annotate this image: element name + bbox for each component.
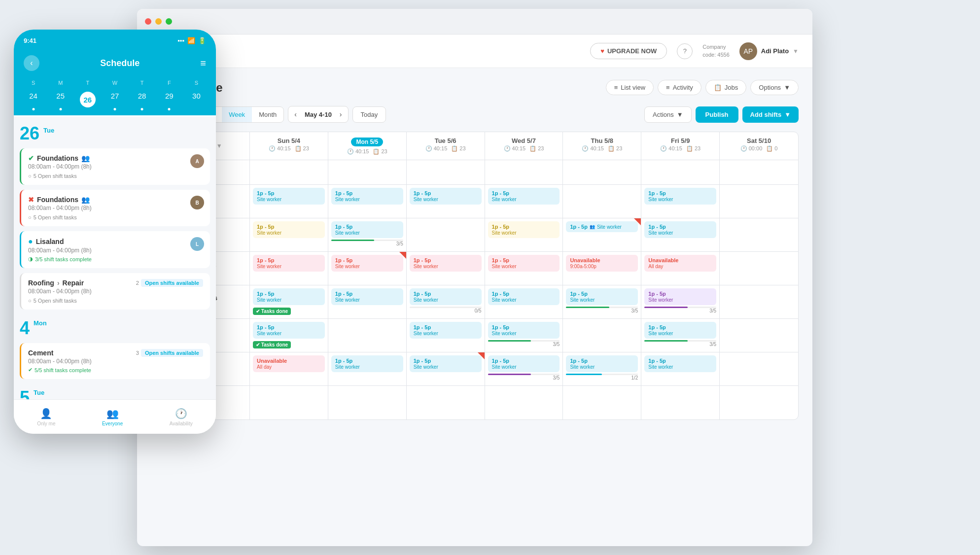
calendar-days-header: S M T W T F S: [20, 80, 210, 86]
cal-date-28[interactable]: 28: [129, 90, 156, 109]
shift-mike-tue[interactable]: 1p - 5pSite worker: [407, 185, 485, 218]
shift-verna-sun[interactable]: 1p - 5pSite worker ✔ Tasks done: [250, 319, 328, 352]
shift-verna-mon: [328, 319, 407, 352]
header-thu: Thu 5/8 🕐 40:15 📋 23: [563, 132, 641, 160]
options-button[interactable]: Options ▼: [750, 80, 799, 95]
jobs-button[interactable]: 📋 Jobs: [705, 80, 746, 95]
shift-mario-wed[interactable]: 1p - 5pSite worker: [485, 218, 563, 251]
shift-jerome-sun[interactable]: 1p - 5pSite worker: [250, 252, 328, 285]
upgrade-button[interactable]: ♥ UPGRADE NOW: [590, 43, 667, 59]
shift-mike-mon[interactable]: 1p - 5pSite worker: [328, 185, 407, 218]
shift-card-cement[interactable]: Cement 08:00am - 04:00pm (8h) ✔ 5/5 shif…: [20, 343, 210, 379]
company-info: Company code: 4556: [702, 43, 729, 59]
open-shifts-wed: [485, 160, 563, 184]
team-icon: 👥: [81, 154, 90, 162]
actions-button[interactable]: Actions ▼: [644, 106, 692, 123]
today-pill: Mon 5/5: [351, 138, 383, 146]
shift-luis-thu[interactable]: 1p - 5pSite worker 1/2: [563, 352, 641, 385]
minimize-button[interactable]: [155, 18, 162, 25]
window-titlebar: [137, 9, 812, 35]
shift-lucas-mon[interactable]: 1p - 5pSite worker: [328, 285, 407, 318]
open-count-3: 3: [136, 350, 139, 356]
shift-lucas-wed[interactable]: 1p - 5pSite worker: [485, 285, 563, 318]
shift-mike-fri[interactable]: 1p - 5pSite worker: [641, 185, 720, 218]
desktop-window: team ♥ UPGRADE NOW ? Company code: 4556 …: [137, 9, 812, 546]
nav-only-me[interactable]: 👤 Only me: [37, 408, 55, 426]
shift-luis-sun[interactable]: UnavailableAll day: [250, 352, 328, 385]
shift-mario-fri[interactable]: 1p - 5pSite worker: [641, 218, 720, 251]
shift-mike-sun[interactable]: 1p - 5pSite worker: [250, 185, 328, 218]
team-icon-2: 👥: [81, 196, 90, 204]
list-icon: ≡: [614, 84, 618, 91]
shift-card-foundations-green[interactable]: ✔ Foundations 👥 08:00am - 04:00pm (8h) ○…: [20, 148, 210, 185]
add-shifts-chevron-icon: ▼: [784, 111, 791, 118]
shift-mario-mon[interactable]: 1p - 5pSite worker 3/5: [328, 218, 407, 251]
cal-date-26[interactable]: 26: [74, 90, 101, 109]
header-fri: Fri 5/9 🕐 40:15 📋 23: [641, 132, 720, 160]
nav-everyone[interactable]: 👥 Everyone: [102, 408, 123, 426]
shift-lucas-sun[interactable]: 1p - 5pSite worker ✔ Tasks done: [250, 285, 328, 318]
shift-jerome-wed[interactable]: 1p - 5pSite worker: [485, 252, 563, 285]
shift-lucas-fri[interactable]: 1p - 5pSite worker 3/5: [641, 285, 720, 318]
menu-button[interactable]: ≡: [200, 58, 206, 69]
nav-availability[interactable]: 🕐 Availability: [170, 408, 193, 426]
list-view-button[interactable]: ≡ List view: [606, 80, 654, 95]
open-shifts-row: Open shifts: [151, 160, 798, 185]
phone-time: 9:41: [24, 37, 36, 44]
dropdown-arrow[interactable]: ▼: [793, 48, 799, 55]
maximize-button[interactable]: [166, 18, 172, 25]
cal-date-30[interactable]: 30: [183, 90, 210, 109]
shift-luis-fri[interactable]: 1p - 5pSite worker: [641, 352, 720, 385]
today-button[interactable]: Today: [352, 106, 386, 123]
shift-luis-tue[interactable]: 1p - 5pSite worker: [407, 352, 485, 385]
prev-week-button[interactable]: ‹: [292, 106, 299, 122]
publish-button[interactable]: Publish: [696, 106, 738, 123]
cal-date-27[interactable]: 27: [101, 90, 128, 109]
shift-jerome-tue[interactable]: 1p - 5pSite worker: [407, 252, 485, 285]
month-view-button[interactable]: Month: [252, 107, 283, 122]
shift-mike-sat: [720, 185, 798, 218]
tasks-complete-cement: ✔ 5/5 shift tasks complete: [28, 367, 203, 373]
shift-lois-wed: [485, 386, 563, 419]
user-section: AP Adi Plato ▼: [739, 42, 799, 60]
shift-lucas-thu[interactable]: 1p - 5pSite worker 3/5: [563, 285, 641, 318]
cal-date-29[interactable]: 29: [156, 90, 183, 109]
shift-mike-thu: [563, 185, 641, 218]
shift-card-lisaland[interactable]: ● Lisaland 08:00am - 04:00pm (8h) ◑ 3/5 …: [20, 231, 210, 268]
shift-luis-sat: [720, 352, 798, 385]
help-button[interactable]: ?: [677, 43, 693, 59]
open-shifts-fri: [641, 160, 720, 184]
phone-content[interactable]: 26 Tue ✔ Foundations 👥 08:00am - 04:00pm…: [14, 117, 216, 422]
cal-date-25[interactable]: 25: [47, 90, 74, 109]
table-row: MW Mario Watte... 🕐 30 📋 23 1p - 5pSite …: [151, 218, 798, 252]
phone-status-bar: 9:41 ▪▪▪ 📶 🔋: [14, 30, 216, 51]
add-shifts-button[interactable]: Add shifts ▼: [742, 106, 799, 123]
back-button[interactable]: ‹: [24, 55, 39, 71]
shift-jerome-mon[interactable]: 1p - 5pSite worker: [328, 252, 407, 285]
shift-lois-thu: [563, 386, 641, 419]
shift-mario-sun[interactable]: 1p - 5pSite worker: [250, 218, 328, 251]
calendar-dates: 24 25 26 27 28 29 30: [20, 90, 210, 109]
shift-mario-tue: [407, 218, 485, 251]
shift-verna-wed[interactable]: 1p - 5pSite worker 3/5: [485, 319, 563, 352]
cal-date-24[interactable]: 24: [20, 90, 47, 109]
close-button[interactable]: [145, 18, 151, 25]
shift-jerome-thu[interactable]: Unavailable9:00a-5:00p: [563, 252, 641, 285]
phone-bottom-nav: 👤 Only me 👥 Everyone 🕐 Availability: [14, 399, 216, 434]
week-view-button[interactable]: Week: [222, 107, 252, 122]
activity-button[interactable]: ≡ Activity: [658, 80, 701, 95]
next-week-button[interactable]: ›: [338, 106, 344, 122]
shift-luis-mon[interactable]: 1p - 5pSite worker: [328, 352, 407, 385]
shift-card-roofing[interactable]: Roofing › Repair 08:00am - 04:00pm (8h) …: [20, 273, 210, 310]
shift-mike-wed[interactable]: 1p - 5pSite worker: [485, 185, 563, 218]
shift-luis-wed[interactable]: 1p - 5pSite worker 3/5: [485, 352, 563, 385]
shift-verna-tue[interactable]: 1p - 5pSite worker: [407, 319, 485, 352]
shift-lucas-sat: [720, 285, 798, 318]
table-row: VM Verna Martin 🕐 30 📋 23 1p - 5pSite wo…: [151, 319, 798, 352]
shift-jerome-fri[interactable]: UnavailableAll day: [641, 252, 720, 285]
shift-lucas-tue[interactable]: 1p - 5pSite worker 0/5: [407, 285, 485, 318]
user-name: Adi Plato: [761, 47, 789, 55]
shift-verna-fri[interactable]: 1p - 5pSite worker 3/5: [641, 319, 720, 352]
shift-mario-thu[interactable]: 1p - 5p 👥Site worker: [563, 218, 641, 251]
shift-card-foundations-red[interactable]: ✖ Foundations 👥 08:00am - 04:00pm (8h) ○…: [20, 190, 210, 226]
